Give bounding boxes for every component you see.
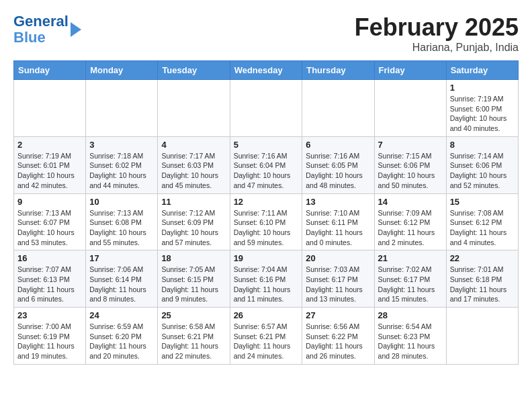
day-number: 28 — [378, 310, 443, 320]
day-number: 12 — [234, 197, 299, 207]
day-info: Sunrise: 7:08 AM Sunset: 6:12 PM Dayligh… — [450, 208, 515, 248]
day-number: 4 — [161, 140, 226, 150]
calendar-cell — [230, 80, 302, 137]
day-number: 22 — [450, 253, 515, 263]
calendar-cell: 26Sunrise: 6:57 AM Sunset: 6:21 PM Dayli… — [230, 308, 302, 365]
day-info: Sunrise: 7:04 AM Sunset: 6:16 PM Dayligh… — [234, 265, 299, 304]
day-info: Sunrise: 7:06 AM Sunset: 6:14 PM Dayligh… — [89, 265, 154, 304]
logo: General Blue — [13, 13, 81, 46]
logo-blue: Blue — [13, 29, 46, 46]
calendar-cell: 24Sunrise: 6:59 AM Sunset: 6:20 PM Dayli… — [86, 308, 158, 365]
day-info: Sunrise: 6:54 AM Sunset: 6:23 PM Dayligh… — [378, 322, 443, 361]
calendar-week-row: 23Sunrise: 7:00 AM Sunset: 6:19 PM Dayli… — [14, 308, 519, 365]
day-info: Sunrise: 7:01 AM Sunset: 6:18 PM Dayligh… — [450, 265, 515, 304]
calendar-cell: 28Sunrise: 6:54 AM Sunset: 6:23 PM Dayli… — [374, 308, 446, 365]
day-number: 8 — [450, 140, 515, 150]
day-number: 9 — [17, 197, 82, 207]
calendar-cell — [446, 308, 518, 365]
day-number: 19 — [234, 253, 299, 263]
calendar-cell: 11Sunrise: 7:12 AM Sunset: 6:09 PM Dayli… — [158, 193, 230, 250]
weekday-header-tuesday: Tuesday — [158, 61, 230, 80]
calendar-cell: 27Sunrise: 6:56 AM Sunset: 6:22 PM Dayli… — [302, 308, 374, 365]
calendar-cell: 2Sunrise: 7:19 AM Sunset: 6:01 PM Daylig… — [14, 136, 86, 193]
day-info: Sunrise: 7:03 AM Sunset: 6:17 PM Dayligh… — [306, 265, 370, 304]
calendar-cell — [302, 80, 374, 137]
day-info: Sunrise: 6:59 AM Sunset: 6:20 PM Dayligh… — [89, 322, 154, 361]
subtitle: Hariana, Punjab, India — [355, 42, 519, 54]
logo-text: General Blue — [13, 13, 81, 46]
calendar-cell: 12Sunrise: 7:11 AM Sunset: 6:10 PM Dayli… — [230, 193, 302, 250]
day-info: Sunrise: 7:15 AM Sunset: 6:06 PM Dayligh… — [378, 151, 443, 191]
day-info: Sunrise: 7:14 AM Sunset: 6:06 PM Dayligh… — [450, 151, 515, 191]
calendar-cell — [374, 80, 446, 137]
day-number: 7 — [378, 140, 443, 150]
calendar-cell: 7Sunrise: 7:15 AM Sunset: 6:06 PM Daylig… — [374, 136, 446, 193]
calendar-header-row: SundayMondayTuesdayWednesdayThursdayFrid… — [14, 61, 519, 80]
calendar-week-row: 16Sunrise: 7:07 AM Sunset: 6:13 PM Dayli… — [14, 250, 519, 308]
day-info: Sunrise: 7:16 AM Sunset: 6:04 PM Dayligh… — [234, 151, 299, 191]
day-number: 18 — [161, 253, 226, 263]
day-number: 2 — [17, 140, 82, 150]
day-info: Sunrise: 7:18 AM Sunset: 6:02 PM Dayligh… — [89, 151, 154, 191]
calendar-cell: 10Sunrise: 7:13 AM Sunset: 6:08 PM Dayli… — [86, 193, 158, 250]
day-number: 24 — [89, 310, 154, 320]
day-info: Sunrise: 7:02 AM Sunset: 6:17 PM Dayligh… — [378, 265, 443, 304]
day-number: 3 — [89, 140, 154, 150]
calendar-cell: 20Sunrise: 7:03 AM Sunset: 6:17 PM Dayli… — [302, 250, 374, 308]
calendar-week-row: 9Sunrise: 7:13 AM Sunset: 6:07 PM Daylig… — [14, 193, 519, 250]
day-number: 6 — [306, 140, 370, 150]
day-info: Sunrise: 6:56 AM Sunset: 6:22 PM Dayligh… — [306, 322, 370, 361]
weekday-header-sunday: Sunday — [14, 61, 86, 80]
day-info: Sunrise: 6:58 AM Sunset: 6:21 PM Dayligh… — [161, 322, 226, 361]
calendar-week-row: 1Sunrise: 7:19 AM Sunset: 6:00 PM Daylig… — [14, 80, 519, 137]
calendar-cell: 21Sunrise: 7:02 AM Sunset: 6:17 PM Dayli… — [374, 250, 446, 308]
day-info: Sunrise: 7:13 AM Sunset: 6:07 PM Dayligh… — [17, 208, 82, 248]
day-number: 14 — [378, 197, 443, 207]
day-info: Sunrise: 7:00 AM Sunset: 6:19 PM Dayligh… — [17, 322, 82, 361]
calendar-cell: 13Sunrise: 7:10 AM Sunset: 6:11 PM Dayli… — [302, 193, 374, 250]
calendar-cell: 4Sunrise: 7:17 AM Sunset: 6:03 PM Daylig… — [158, 136, 230, 193]
calendar-cell — [86, 80, 158, 137]
day-info: Sunrise: 7:17 AM Sunset: 6:03 PM Dayligh… — [161, 151, 226, 191]
day-number: 16 — [17, 253, 82, 263]
calendar-cell: 23Sunrise: 7:00 AM Sunset: 6:19 PM Dayli… — [14, 308, 86, 365]
day-number: 17 — [89, 253, 154, 263]
calendar-cell — [158, 80, 230, 137]
day-info: Sunrise: 7:16 AM Sunset: 6:05 PM Dayligh… — [306, 151, 370, 191]
calendar-cell: 25Sunrise: 6:58 AM Sunset: 6:21 PM Dayli… — [158, 308, 230, 365]
day-number: 20 — [306, 253, 370, 263]
day-info: Sunrise: 7:11 AM Sunset: 6:10 PM Dayligh… — [234, 208, 299, 248]
day-number: 21 — [378, 253, 443, 263]
day-number: 27 — [306, 310, 370, 320]
day-info: Sunrise: 7:12 AM Sunset: 6:09 PM Dayligh… — [161, 208, 226, 248]
calendar-cell: 16Sunrise: 7:07 AM Sunset: 6:13 PM Dayli… — [14, 250, 86, 308]
day-number: 11 — [161, 197, 226, 207]
day-number: 13 — [306, 197, 370, 207]
logo-arrow-icon — [71, 22, 81, 37]
calendar-cell: 5Sunrise: 7:16 AM Sunset: 6:04 PM Daylig… — [230, 136, 302, 193]
weekday-header-thursday: Thursday — [302, 61, 374, 80]
calendar-cell — [14, 80, 86, 137]
day-number: 10 — [89, 197, 154, 207]
day-info: Sunrise: 6:57 AM Sunset: 6:21 PM Dayligh… — [234, 322, 299, 361]
calendar-cell: 18Sunrise: 7:05 AM Sunset: 6:15 PM Dayli… — [158, 250, 230, 308]
day-info: Sunrise: 7:13 AM Sunset: 6:08 PM Dayligh… — [89, 208, 154, 248]
day-info: Sunrise: 7:19 AM Sunset: 6:00 PM Dayligh… — [450, 94, 515, 134]
day-info: Sunrise: 7:10 AM Sunset: 6:11 PM Dayligh… — [306, 208, 370, 248]
calendar-cell: 3Sunrise: 7:18 AM Sunset: 6:02 PM Daylig… — [86, 136, 158, 193]
title-block: February 2025 Hariana, Punjab, India — [355, 13, 519, 54]
day-info: Sunrise: 7:09 AM Sunset: 6:12 PM Dayligh… — [378, 208, 443, 248]
calendar-table: SundayMondayTuesdayWednesdayThursdayFrid… — [13, 60, 519, 365]
calendar-cell: 15Sunrise: 7:08 AM Sunset: 6:12 PM Dayli… — [446, 193, 518, 250]
calendar-cell: 8Sunrise: 7:14 AM Sunset: 6:06 PM Daylig… — [446, 136, 518, 193]
day-number: 26 — [234, 310, 299, 320]
day-number: 1 — [450, 83, 515, 93]
main-title: February 2025 — [355, 13, 519, 42]
calendar-cell: 17Sunrise: 7:06 AM Sunset: 6:14 PM Dayli… — [86, 250, 158, 308]
day-info: Sunrise: 7:19 AM Sunset: 6:01 PM Dayligh… — [17, 151, 82, 191]
calendar-cell: 6Sunrise: 7:16 AM Sunset: 6:05 PM Daylig… — [302, 136, 374, 193]
day-number: 23 — [17, 310, 82, 320]
weekday-header-friday: Friday — [374, 61, 446, 80]
logo-general: General — [13, 13, 69, 30]
weekday-header-saturday: Saturday — [446, 61, 518, 80]
